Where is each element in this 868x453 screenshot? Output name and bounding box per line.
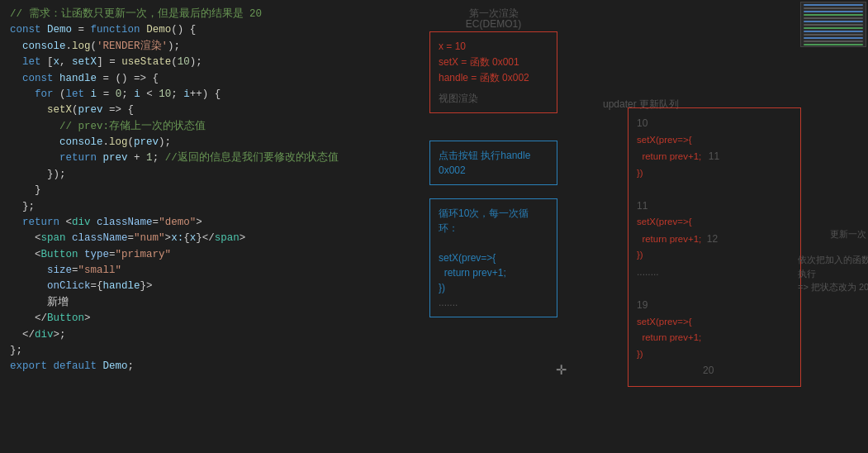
view-render-label: 视图渲染 — [439, 92, 548, 106]
thumb-line-12 — [804, 41, 863, 42]
thumb-line-9 — [804, 31, 863, 32]
first-render-box: x = 10 setX = 函数 0x001 handle = 函数 0x002… — [429, 31, 557, 113]
code-area: // 需求：让函数只更新一次，但是最后的结果是 20 const Demo = … — [0, 0, 405, 453]
kw-const: const — [10, 24, 41, 36]
diagram-area: 第一次渲染 EC(DEMO1) x = 10 setX = 函数 0x001 h… — [405, 0, 868, 453]
click-button-content: 点击按钮 执行handle0x002 — [439, 148, 548, 178]
comment-line1: // 需求：让函数只更新一次，但是最后的结果是 20 — [10, 8, 262, 20]
thumbnail — [800, 2, 866, 47]
thumb-line-2 — [804, 7, 863, 9]
updater-content: 10 setX(prev=>{ return prev+1; 11 }) 11 … — [637, 115, 792, 379]
arrows-overlay — [809, 0, 868, 453]
thumb-line-13 — [804, 44, 863, 45]
updater-box: 10 setX(prev=>{ return prev+1; 11 }) 11 … — [628, 107, 801, 387]
first-render-subtitle: EC(DEMO1) — [429, 18, 557, 30]
thumb-line-8 — [804, 27, 863, 29]
thumb-line-3 — [804, 11, 863, 12]
thumb-line-5 — [804, 17, 863, 19]
first-render-content: x = 10 setX = 函数 0x001 handle = 函数 0x002 — [439, 39, 548, 87]
click-button-box: 点击按钮 执行handle0x002 — [429, 141, 557, 185]
thumb-line-10 — [804, 34, 863, 36]
thumb-line-4 — [804, 14, 863, 16]
thumb-line-6 — [804, 21, 863, 22]
loop-box: 循环10次，每一次循环： setX(prev=>{ return prev+1;… — [429, 198, 557, 317]
thumb-line-7 — [804, 24, 863, 26]
update-once-label: 更新一次 — [830, 228, 866, 241]
execute-desc: 依次把加入的函数执行=> 把状态改为 20 — [798, 253, 868, 294]
loop-content: 循环10次，每一次循环： setX(prev=>{ return prev+1;… — [439, 206, 548, 310]
cross-icon: ✛ — [556, 362, 567, 378]
thumb-line-1 — [804, 4, 863, 6]
thumb-line-11 — [804, 37, 863, 39]
